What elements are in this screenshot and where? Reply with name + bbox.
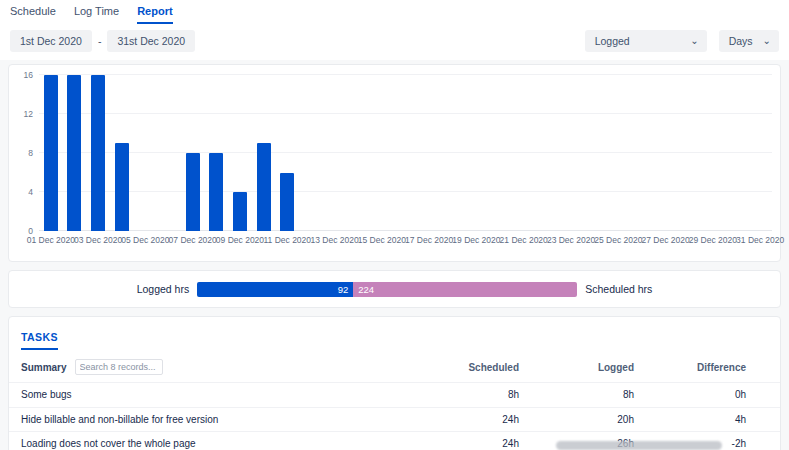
bar[interactable] — [280, 173, 294, 232]
x-axis-tick-label: 21 Dec 2020 — [500, 235, 548, 245]
task-difference: 0h — [634, 388, 746, 402]
report-toolbar: 1st Dec 2020 - 31st Dec 2020 Logged ⌄ Da… — [0, 24, 789, 60]
horizontal-scrollbar-thumb[interactable] — [556, 441, 722, 450]
task-scheduled: 8h — [401, 388, 519, 402]
bar[interactable] — [44, 75, 58, 231]
bar-slot — [748, 75, 772, 231]
task-logged: 20h — [519, 413, 634, 427]
x-axis-tick-label: 03 Dec 2020 — [74, 235, 122, 245]
x-axis-tick-label: 09 Dec 2020 — [216, 235, 264, 245]
chevron-down-icon: ⌄ — [680, 38, 698, 44]
bar-slot — [228, 75, 252, 231]
bar-slot — [110, 75, 134, 231]
metric-select[interactable]: Logged ⌄ — [585, 30, 707, 52]
task-logged: 8h — [519, 388, 634, 402]
x-axis-tick-label: 15 Dec 2020 — [358, 235, 406, 245]
logged-hours-bar-chart: 01 Dec 202003 Dec 202005 Dec 202007 Dec … — [8, 64, 781, 262]
scheduled-bar-segment: 224 — [353, 282, 577, 297]
bar-slot — [488, 75, 512, 231]
bar-slot — [535, 75, 559, 231]
bar[interactable] — [233, 192, 247, 231]
logged-bar-segment: 92 — [197, 282, 353, 297]
scheduled-hrs-label: Scheduled hrs — [585, 283, 652, 295]
tasks-table-header: Summary Scheduled Logged Difference — [9, 350, 780, 382]
column-header-difference: Difference — [634, 362, 746, 373]
bar[interactable] — [209, 153, 223, 231]
tab-log-time[interactable]: Log Time — [74, 5, 119, 24]
scheduled-value: 224 — [358, 284, 374, 295]
bar-slot — [559, 75, 583, 231]
y-axis-tick-label: 12 — [13, 109, 33, 119]
bar-slot — [323, 75, 347, 231]
y-axis-tick-label: 8 — [13, 148, 33, 158]
bar[interactable] — [115, 143, 129, 231]
tasks-rows: Some bugs8h8h0hHide billable and non-bil… — [9, 382, 780, 450]
bar-slot — [157, 75, 181, 231]
granularity-select[interactable]: Days ⌄ — [719, 30, 779, 52]
date-to-button[interactable]: 31st Dec 2020 — [107, 30, 195, 52]
column-header-scheduled: Scheduled — [401, 362, 519, 373]
bar-slot — [701, 75, 725, 231]
bar-slot — [583, 75, 607, 231]
chart-plot: 01 Dec 202003 Dec 202005 Dec 202007 Dec … — [39, 75, 772, 231]
tab-schedule[interactable]: Schedule — [10, 5, 56, 24]
task-difference: 4h — [634, 413, 746, 427]
bar-slot — [299, 75, 323, 231]
chart-bars — [39, 75, 772, 231]
bar[interactable] — [257, 143, 271, 231]
tab-report[interactable]: Report — [137, 5, 172, 24]
bar-slot — [630, 75, 654, 231]
bar-slot — [725, 75, 749, 231]
x-axis-tick-label: 13 Dec 2020 — [310, 235, 358, 245]
date-range-separator: - — [98, 35, 102, 47]
table-row[interactable]: Some bugs8h8h0h — [9, 382, 780, 407]
logged-hrs-label: Logged hrs — [137, 283, 190, 295]
bar-slot — [134, 75, 158, 231]
search-input[interactable] — [75, 359, 163, 375]
task-summary: Hide billable and non-billable for free … — [21, 413, 401, 427]
table-row[interactable]: Hide billable and non-billable for free … — [9, 407, 780, 432]
bar-slot — [394, 75, 418, 231]
date-from-button[interactable]: 1st Dec 2020 — [10, 30, 92, 52]
logged-value: 92 — [338, 284, 349, 295]
x-axis-tick-label: 07 Dec 2020 — [169, 235, 217, 245]
top-nav: Schedule Log Time Report — [0, 0, 789, 24]
bar-slot — [204, 75, 228, 231]
x-axis-tick-label: 17 Dec 2020 — [405, 235, 453, 245]
bar-slot — [441, 75, 465, 231]
toolbar-right: Logged ⌄ Days ⌄ — [585, 30, 779, 52]
x-axis-tick-label: 29 Dec 2020 — [689, 235, 737, 245]
bar-slot — [512, 75, 536, 231]
granularity-select-value: Days — [729, 35, 753, 47]
task-scheduled: 24h — [401, 413, 519, 427]
y-axis-tick-label: 0 — [13, 226, 33, 236]
bar-slot — [63, 75, 87, 231]
x-axis-tick-label: 11 Dec 2020 — [263, 235, 311, 245]
tasks-title: TASKS — [21, 331, 58, 350]
bar-slot — [654, 75, 678, 231]
bar-slot — [417, 75, 441, 231]
bar-slot — [86, 75, 110, 231]
column-header-summary: Summary — [21, 362, 67, 373]
bar[interactable] — [186, 153, 200, 231]
bar-slot — [39, 75, 63, 231]
metric-select-value: Logged — [595, 35, 630, 47]
bar-slot — [370, 75, 394, 231]
task-summary: Loading does not cover the whole page — [21, 437, 401, 450]
bar-slot — [677, 75, 701, 231]
y-axis-tick-label: 4 — [13, 187, 33, 197]
bar-slot — [181, 75, 205, 231]
chart-xlabels: 01 Dec 202003 Dec 202005 Dec 202007 Dec … — [39, 235, 772, 249]
tasks-panel: TASKS Summary Scheduled Logged Differenc… — [8, 316, 781, 450]
y-axis-tick-label: 16 — [13, 70, 33, 80]
logged-vs-scheduled-summary: Logged hrs 92 224 Scheduled hrs — [8, 270, 781, 308]
x-axis-tick-label: 27 Dec 2020 — [641, 235, 689, 245]
bar[interactable] — [67, 75, 81, 231]
task-summary: Some bugs — [21, 388, 401, 402]
bar[interactable] — [91, 75, 105, 231]
bar-slot — [346, 75, 370, 231]
logged-vs-scheduled-bar: 92 224 — [197, 282, 577, 297]
x-axis-tick-label: 01 Dec 2020 — [27, 235, 75, 245]
chevron-down-icon: ⌄ — [753, 38, 771, 44]
x-axis-tick-label: 25 Dec 2020 — [594, 235, 642, 245]
